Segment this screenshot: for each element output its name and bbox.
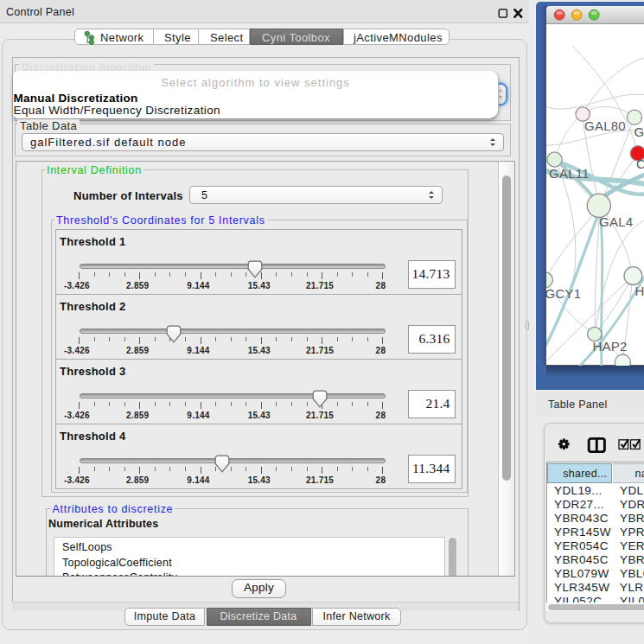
svg-text:GAL4: GAL4 (599, 214, 633, 229)
svg-text:GAL80: GAL80 (584, 118, 626, 133)
svg-text:HAP2: HAP2 (592, 339, 627, 354)
svg-text:GAL11: GAL11 (549, 166, 590, 181)
svg-text:GA: GA (634, 124, 644, 139)
svg-text:C: C (636, 156, 644, 171)
svg-text:GCY1: GCY1 (546, 286, 581, 301)
svg-text:HI: HI (634, 284, 644, 298)
